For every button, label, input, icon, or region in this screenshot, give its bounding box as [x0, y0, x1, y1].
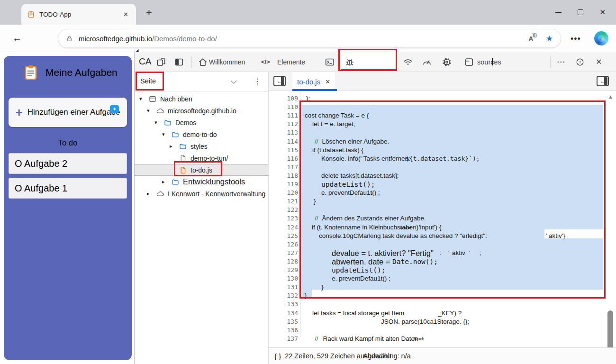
tree-expand-icon[interactable]: ▾	[154, 119, 163, 126]
tree-item-demos[interactable]: ▾Demos	[135, 117, 269, 128]
device-emulation-icon[interactable]	[156, 57, 166, 67]
code-line: //Ändern des Zustands einer Aufgabe.	[269, 214, 616, 223]
code-text: updateList();	[321, 180, 375, 189]
read-aloud-icon[interactable]: A)))	[528, 35, 534, 43]
lock-icon[interactable]	[66, 35, 73, 43]
file-orange-icon	[178, 166, 188, 174]
code-text: };	[306, 94, 310, 103]
code-line: //Rack ward Kampf mit alten DatenBruch	[269, 335, 616, 343]
tab-willkommen[interactable]: Willkommen	[209, 58, 245, 66]
code-text: //	[315, 137, 318, 146]
code-line: if (t. Knotenname in Kleinbuchstaben)===…	[269, 223, 616, 232]
tree-expand-icon[interactable]: ▾	[162, 131, 171, 137]
editor-tab-to-do-js[interactable]: to-do.js ✕	[292, 72, 335, 91]
close-devtools-icon[interactable]: ✕	[596, 57, 602, 66]
code-text: _KEY) ?	[438, 309, 462, 318]
code-text: Date.now();	[392, 257, 438, 266]
tree-expand-icon[interactable]: ▾	[139, 96, 148, 102]
collapse-panel-icon[interactable]: ←	[273, 76, 286, 86]
url-text: microsoftedge.github.io/Demos/demo-to-do…	[79, 35, 217, 43]
tree-item-label: Demos	[175, 119, 196, 127]
devtools-pane: CA Willkommen </> Elemente sources ⋯ ? ✕	[134, 52, 616, 364]
tree-expand-icon[interactable]: ▸	[147, 191, 155, 197]
folder-icon	[163, 118, 172, 127]
more-tools-icon[interactable]: ⋯	[557, 57, 565, 67]
tab-seite[interactable]: Seite	[140, 77, 156, 85]
scroll-up-icon[interactable]: ▲	[608, 94, 613, 100]
browser-titlebar: TODO-App ✕ + ✕	[0, 0, 616, 25]
address-bar[interactable]: microsoftedge.github.io/Demos/demo-to-do…	[58, 29, 561, 48]
code-line: if (t.dataset.task) {	[269, 146, 616, 155]
performance-gauge-icon[interactable]	[422, 57, 432, 67]
code-line	[269, 128, 616, 137]
tree-item-microsoftedge-github-io[interactable]: ▾microsoftedge.github.io	[135, 105, 269, 117]
tree-expand-icon[interactable]: ▸	[162, 179, 171, 185]
code-text: Ändern des Zustands einer Aufgabe.	[322, 214, 426, 223]
tree-item-label: demo-to-tun/	[190, 155, 228, 162]
code-text: ===	[400, 223, 411, 232]
tab-elemente[interactable]: Elemente	[277, 58, 305, 66]
tree-item-entwicklungstools[interactable]: ▸Entwicklungstools	[135, 176, 269, 188]
tab-close-icon[interactable]: ✕	[121, 10, 130, 19]
add-task-button[interactable]: + Hinzufügen einer Aufgabe ✦	[9, 98, 127, 127]
close-icon[interactable]: ✕	[599, 8, 606, 17]
file-icon	[178, 154, 188, 163]
maximize-icon[interactable]	[578, 9, 583, 15]
code-line	[269, 240, 616, 249]
code-text: }	[321, 283, 324, 291]
kebab-menu-icon[interactable]: ⋮	[254, 77, 261, 86]
minimize-icon[interactable]	[555, 12, 562, 13]
dock-side-icon[interactable]	[174, 57, 184, 67]
tree-item-demo-to-do[interactable]: ▾demo-to-do	[135, 128, 269, 140]
translate-badge-icon[interactable]: ✦	[110, 105, 119, 113]
sources-navigator-panel: Seite ⋮ ▾Nach oben▾microsoftedge.github.…	[135, 72, 269, 364]
new-tab-button[interactable]: +	[142, 6, 156, 20]
network-wifi-icon[interactable]	[403, 57, 413, 67]
collapse-debugger-icon[interactable]: ←	[597, 76, 609, 86]
tree-item-styles[interactable]: ▸styles	[135, 140, 269, 152]
editor-tab-close-icon[interactable]: ✕	[325, 78, 330, 85]
text-caret	[492, 58, 493, 65]
code-line: }	[269, 283, 616, 291]
tree-expand-icon[interactable]: ▾	[147, 108, 155, 114]
tree-item-to-do-js[interactable]: to-do.js	[135, 164, 269, 176]
chevron-down-icon[interactable]	[231, 78, 237, 84]
code-line: e. preventDefau1t() ;	[269, 274, 616, 283]
code-area[interactable]: 1091101111121131141151161171181191201211…	[269, 91, 616, 347]
memory-chip-icon[interactable]	[442, 57, 452, 67]
code-line: updateList();	[269, 266, 616, 274]
task-item-aufgabe-2[interactable]: O Aufgabe 2	[9, 153, 127, 174]
favorite-star-icon[interactable]: ★	[546, 34, 553, 44]
browser-window: TODO-App ✕ + ✕ ← microsoftedge.github.io…	[0, 0, 616, 364]
code-line: }	[269, 197, 616, 206]
code-text: let t = e. target;	[312, 120, 355, 128]
inspect-tool-label[interactable]: CA	[139, 56, 151, 67]
browser-tab-todo-app[interactable]: TODO-App ✕	[21, 4, 136, 25]
add-task-label: Hinzufügen einer Aufgabe	[27, 108, 120, 117]
tree-item-i-kennwort-kennwortverwaltung[interactable]: ▸I Kennwort - Kennwortverwaltung	[135, 188, 269, 200]
more-menu-icon[interactable]: •••	[571, 34, 581, 44]
tree-item-nach-oben[interactable]: ▾Nach oben	[135, 93, 269, 105]
console-icon[interactable]	[325, 57, 335, 67]
code-text: abwerten. date =	[332, 257, 390, 266]
application-icon[interactable]	[464, 57, 474, 67]
back-icon[interactable]: ←	[12, 33, 22, 44]
task-item-aufgabe-1[interactable]: O Aufgabe 1	[9, 178, 127, 199]
code-line	[269, 163, 616, 172]
folder-icon	[178, 142, 188, 151]
code-line: Konsole. info(' Tasks entfernen:${t.data…	[269, 155, 616, 163]
copilot-icon[interactable]	[594, 31, 608, 46]
folder-icon	[171, 130, 180, 139]
home-icon[interactable]	[198, 57, 208, 67]
app-title: Meine Aufgaben	[45, 67, 118, 78]
help-icon[interactable]: ?	[576, 58, 584, 66]
folder-icon	[171, 178, 180, 186]
tree-item-demo-to-tun[interactable]: demo-to-tun/	[135, 152, 269, 164]
tab-quellen-debugger[interactable]	[340, 52, 397, 71]
editor-vscrollbar[interactable]	[607, 310, 613, 353]
code-line: delete tasks[t.dataset.task];	[269, 172, 616, 180]
tree-expand-icon[interactable]: ▸	[170, 143, 178, 149]
code-text: e. preventDefau1t() ;	[321, 189, 380, 197]
tab-sources[interactable]: sources	[477, 58, 501, 66]
code-brackets-icon[interactable]: </>	[261, 58, 270, 65]
